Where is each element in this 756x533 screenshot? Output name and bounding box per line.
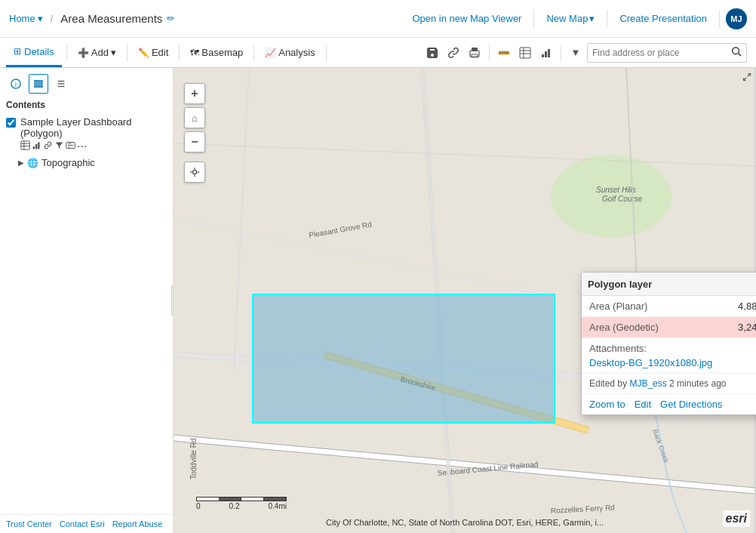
area-planar-value: 4,884,977.47	[738, 300, 756, 312]
scale-seg-3	[241, 497, 264, 501]
print-button[interactable]	[465, 43, 484, 63]
locate-button[interactable]	[184, 162, 205, 183]
save-button[interactable]	[423, 43, 442, 63]
svg-rect-59	[253, 294, 555, 423]
search-input[interactable]	[592, 48, 728, 58]
svg-rect-30	[35, 144, 37, 149]
map-area[interactable]: Sunset Hills Golf Course Seaboard Coast …	[174, 68, 756, 533]
report-abuse-link[interactable]: Report Abuse	[112, 519, 163, 528]
svg-rect-8	[520, 48, 530, 58]
edited-user-link[interactable]: MJB_ess	[629, 378, 666, 389]
edit-button[interactable]: ✏️ Edit	[132, 42, 174, 63]
layer-more-icon[interactable]: ···	[77, 140, 87, 153]
popup-header: Polygon layer ⊡ ✕	[582, 273, 756, 296]
trust-center-link[interactable]: Trust Center	[6, 519, 52, 528]
popup: Polygon layer ⊡ ✕ Area (Planar) 4,884,97…	[581, 272, 756, 415]
tb-sep-2	[127, 45, 128, 61]
nav-divider-1	[533, 10, 534, 28]
table-button[interactable]	[515, 43, 535, 63]
tb-sep-7	[561, 45, 561, 61]
new-map-button[interactable]: New Map ▾	[540, 10, 601, 27]
attachments-section: Attachments: Desktop-BG_1920x1080.jpg	[582, 338, 756, 374]
scale-label-02: 0.2	[229, 502, 240, 510]
sidebar-header: i	[0, 68, 173, 97]
nav-divider-2	[607, 10, 607, 28]
area-planar-label: Area (Planar)	[589, 300, 738, 312]
tb-sep-1	[66, 45, 67, 61]
sidebar-footer: Trust Center Contact Esri Report Abuse	[0, 514, 173, 533]
layer-chart-icon[interactable]	[32, 140, 41, 153]
layer-item-polygon: Sample Layer Dashboard (Polygon)	[0, 113, 173, 156]
svg-rect-19	[35, 81, 43, 82]
sidebar-list-button[interactable]	[51, 74, 71, 94]
map-attribution: City Of Charlotte, NC, State of North Ca…	[326, 518, 604, 527]
svg-text:Toddville Rd: Toddville Rd	[189, 439, 198, 479]
esri-logo: esri	[723, 510, 750, 527]
home-label: Home	[9, 13, 35, 24]
link-button[interactable]	[444, 43, 463, 63]
add-button[interactable]: ➕ Add ▾	[72, 42, 122, 63]
svg-rect-12	[542, 54, 544, 57]
area-geodetic-value: 3,247,010.78	[738, 322, 756, 333]
toolbar: ⊞ Details ➕ Add ▾ ✏️ Edit 🗺 Basemap 📈 An…	[0, 38, 756, 68]
nav-divider-3	[719, 10, 720, 28]
create-presentation-button[interactable]: Create Presentation	[613, 10, 713, 27]
tb-sep-3	[179, 45, 180, 61]
sidebar-layers-button[interactable]	[29, 74, 48, 94]
zoom-to-button[interactable]: Zoom to	[589, 399, 625, 410]
popup-title: Polygon layer	[588, 279, 652, 290]
popup-edit-button[interactable]: Edit	[635, 399, 651, 410]
map-expand-icon[interactable]	[741, 71, 753, 83]
svg-rect-20	[35, 83, 43, 85]
svg-point-15	[733, 48, 739, 54]
contact-esri-link[interactable]: Contact Esri	[60, 519, 105, 528]
attachment-link[interactable]: Desktop-BG_1920x1080.jpg	[589, 357, 712, 368]
home-nav[interactable]: Home ▾	[9, 13, 43, 24]
home-button[interactable]: ⌂	[184, 107, 205, 128]
measure-button[interactable]	[494, 43, 514, 63]
zoom-out-button[interactable]: −	[184, 131, 205, 153]
svg-text:i: i	[15, 81, 17, 88]
edited-text: Edited by	[589, 378, 627, 389]
zoom-in-button[interactable]: +	[184, 83, 205, 104]
scale-seg-1	[196, 497, 219, 501]
scale-bar: 0 0.2 0.4mi	[196, 497, 287, 510]
popup-body: Area (Planar) 4,884,977.47 Area (Geodeti…	[582, 296, 756, 414]
analysis-button[interactable]: 📈 Analysis	[259, 42, 321, 63]
svg-rect-21	[35, 86, 43, 88]
svg-rect-14	[548, 49, 550, 57]
layer-link-icon[interactable]	[43, 140, 53, 153]
attachments-label: Attachments:	[589, 343, 756, 354]
sublayer-topographic[interactable]: ▶ 🌐 Topographic	[0, 156, 173, 170]
layer-name-polygon: Sample Layer Dashboard (Polygon)	[20, 116, 167, 139]
filter-icon[interactable]: ▼	[566, 43, 585, 63]
layer-label-icon[interactable]	[66, 140, 75, 153]
svg-rect-1	[472, 48, 478, 51]
popup-edited-section: Edited by MJB_ess 2 minutes ago	[582, 374, 756, 394]
layer-globe-icon: 🌐	[27, 158, 38, 168]
basemap-button[interactable]: 🗺 Basemap	[184, 42, 249, 63]
layer-filter-icon[interactable]	[54, 140, 64, 153]
get-directions-button[interactable]: Get Directions	[660, 399, 722, 410]
title-edit-icon[interactable]: ✏	[167, 13, 175, 24]
avatar[interactable]: MJ	[726, 8, 747, 29]
svg-rect-13	[545, 51, 547, 57]
area-planar-row: Area (Planar) 4,884,977.47	[582, 296, 756, 317]
search-icon[interactable]	[731, 46, 742, 59]
scale-labels: 0 0.2 0.4mi	[196, 502, 287, 510]
layer-table-icon[interactable]	[20, 140, 30, 153]
map-controls: + ⌂ −	[184, 83, 205, 183]
sublayer-name: Topographic	[41, 157, 95, 168]
chart-button[interactable]	[536, 43, 556, 63]
layer-checkbox-polygon[interactable]	[6, 118, 16, 128]
main-content: i Contents Sampl	[0, 68, 756, 533]
svg-point-60	[192, 170, 196, 174]
sidebar-info-button[interactable]: i	[6, 74, 26, 94]
scale-seg-4	[264, 497, 287, 501]
home-chevron: ▾	[38, 13, 43, 24]
svg-rect-29	[33, 146, 35, 149]
open-map-viewer-button[interactable]: Open in new Map Viewer	[406, 10, 527, 27]
tab-details[interactable]: ⊞ Details	[6, 38, 62, 67]
sidebar: i Contents Sampl	[0, 68, 174, 533]
top-navigation: Home ▾ / Area Measurements ✏ Open in new…	[0, 0, 756, 38]
